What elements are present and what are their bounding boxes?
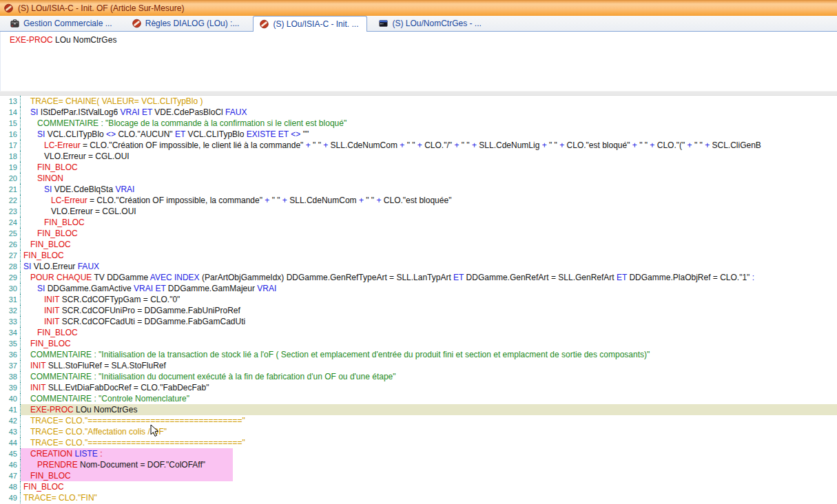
line-number: 19 [0, 162, 21, 173]
tab-nomctrges[interactable]: (S) LOu/NomCtrGes - ... [373, 17, 489, 31]
code-segment: SCR.CdCOFUniPro = DDGamme.FabUniProRef [59, 306, 240, 315]
code-segment: " " [269, 196, 282, 205]
code-line[interactable]: 23VLO.Erreur = CGL.OUI [0, 206, 837, 217]
line-number: 31 [0, 294, 21, 305]
code-line[interactable]: 48FIN_BLOC [0, 481, 837, 492]
line-number: 35 [0, 338, 21, 349]
code-line[interactable]: 29POUR CHAQUE TV DDGamme AVEC INDEX (Par… [0, 272, 837, 283]
code-segment: = CLO."Création OF impossible, le client… [81, 140, 306, 150]
prohibition-icon [132, 19, 142, 28]
tab-label: Règles DIALOG (LOu) :... [145, 19, 240, 28]
prohibition-icon [3, 3, 14, 13]
code-line[interactable]: 32INIT SCR.CdCOFUniPro = DDGamme.FabUniP… [0, 305, 837, 316]
code-segment: SCR.CdCOFTypGam = CLO."0" [59, 295, 180, 304]
code-segment: ET [142, 107, 152, 117]
code-segment: + [688, 140, 692, 150]
code-line[interactable]: 35FIN_BLOC [0, 338, 837, 349]
line-number: 26 [0, 239, 21, 250]
code-text: SI VCL.CLITypBlo <> CLO."AUCUN" ET VCL.C… [21, 129, 837, 140]
code-line[interactable]: 49TRACE= CLO."FIN" [0, 492, 837, 503]
code-line[interactable]: 45CREATION LISTE : [0, 448, 837, 459]
code-segment: ET [617, 273, 627, 282]
code-segment: TRACE= CLO."FIN" [23, 493, 97, 503]
code-line[interactable]: 36COMMENTAIRE : "Initialisation de la tr… [0, 349, 837, 360]
code-line[interactable]: 26FIN_BLOC [0, 239, 837, 250]
line-number: 24 [0, 217, 21, 228]
code-text: FIN_BLOC [21, 162, 837, 173]
code-line[interactable]: 33INIT SCR.CdCOFCadUti = DDGamme.FabGamC… [0, 316, 837, 327]
code-line[interactable]: 20SINON [0, 173, 837, 184]
code-text: SI VDE.CdeBlqSta VRAI [21, 184, 837, 195]
tab-regles-dialog[interactable]: Règles DIALOG (LOu) :... [126, 17, 248, 31]
code-line[interactable]: 39INIT SLL.EvtDiaFabDocRef = CLO."FabDec… [0, 382, 837, 393]
code-line[interactable]: 47FIN_BLOC [0, 470, 837, 481]
code-text: FIN_BLOC [21, 239, 837, 250]
code-segment: TRACE= CLO."Affectation colis / OF" [30, 427, 167, 437]
tab-isia-c-init-active[interactable]: (S) LOu/ISIA-C - Init. ... [253, 16, 367, 32]
code-text: EXE-PROC LOu NomCtrGes [21, 404, 837, 415]
code-segment: " " [459, 140, 472, 150]
code-line[interactable]: 28SI VLO.Erreur FAUX [0, 261, 837, 272]
code-line[interactable]: 42TRACE= CLO."==========================… [0, 415, 837, 426]
code-line[interactable]: 34FIN_BLOC [0, 327, 837, 338]
line-number: 34 [0, 327, 21, 338]
code-segment: FIN_BLOC [37, 162, 78, 172]
code-segment: <> [106, 129, 116, 139]
pane-splitter[interactable] [0, 91, 837, 96]
code-line[interactable]: 21SI VDE.CdeBlqSta VRAI [0, 184, 837, 195]
code-line[interactable]: 27FIN_BLOC [0, 250, 837, 261]
code-line[interactable]: 13TRACE= CHAINE( VALEUR= VCL.CLITypBlo ) [0, 96, 837, 107]
code-line[interactable]: 46PRENDRE Nom-Document = DOF."ColOFAff" [0, 459, 837, 470]
code-line[interactable]: 30SI DDGamme.GamActive VRAI ET DDGamme.G… [0, 283, 837, 294]
code-text: TRACE= CLO."Affectation colis / OF" [21, 426, 837, 437]
code-segment: + [359, 196, 364, 205]
code-line[interactable]: 15COMMENTAIRE : "Blocage de la commande … [0, 118, 837, 129]
tab-gestion-commerciale[interactable]: Gestion Commerciale ... [4, 17, 121, 31]
line-number: 20 [0, 173, 21, 184]
code-segment: DDGamme.PlaObjRef = CLO."1" [627, 273, 752, 282]
line-number: 22 [0, 195, 21, 206]
code-segment: + [417, 140, 422, 150]
line-number: 27 [0, 250, 21, 261]
code-text: PRENDRE Nom-Document = DOF."ColOFAff" [21, 459, 837, 470]
code-segment: + [282, 196, 287, 205]
code-segment: + [306, 140, 311, 150]
code-line[interactable]: 18VLO.Erreur = CGL.OUI [0, 151, 837, 162]
code-line[interactable]: 17LC-Erreur = CLO."Création OF impossibl… [0, 140, 837, 151]
code-line[interactable]: 16SI VCL.CLITypBlo <> CLO."AUCUN" ET VCL… [0, 129, 837, 140]
code-line[interactable]: 22LC-Erreur = CLO."Création OF impossibl… [0, 195, 837, 206]
code-segment: VRAI [115, 185, 134, 194]
code-line[interactable]: 44TRACE= CLO."==========================… [0, 437, 837, 448]
code-line[interactable]: 40COMMENTAIRE : "Controle Nomenclature" [0, 393, 837, 404]
code-segment: TRACE= CLO."============================… [30, 438, 245, 448]
line-number: 45 [0, 448, 21, 459]
code-line[interactable]: 41EXE-PROC LOu NomCtrGes [0, 404, 837, 415]
code-segment: : [100, 449, 102, 459]
code-segment: SI [37, 284, 45, 293]
code-segment: Nom-Document = DOF."ColOFAff" [78, 460, 205, 470]
line-number: 17 [0, 140, 21, 151]
code-segment: SLL.EvtDiaFabDocRef = CLO."FabDecFab" [45, 383, 209, 392]
code-line[interactable]: 19FIN_BLOC [0, 162, 837, 173]
code-line[interactable]: 43TRACE= CLO."Affectation colis / OF" [0, 426, 837, 437]
code-segment: SLL.CdeNumCom [328, 140, 400, 150]
code-segment: SLL.StoFluRef = SLA.StoFluRef [45, 361, 165, 370]
tab-label: (S) LOu/NomCtrGes - ... [392, 19, 481, 28]
code-line[interactable]: 31INIT SCR.CdCOFTypGam = CLO."0" [0, 294, 837, 305]
code-segment: COMMENTAIRE : "Controle Nomenclature" [30, 394, 189, 403]
code-line[interactable]: 24FIN_BLOC [0, 217, 837, 228]
code-line[interactable]: 38COMMENTAIRE : "Initialisation du docum… [0, 371, 837, 382]
code-line[interactable]: 25FIN_BLOC [0, 228, 837, 239]
code-segment: COMMENTAIRE : "Blocage de la commande à … [37, 118, 347, 128]
code-editor[interactable]: 13TRACE= CHAINE( VALEUR= VCL.CLITypBlo )… [0, 96, 837, 504]
code-segment: AVEC [150, 273, 172, 282]
code-segment: + [472, 140, 477, 150]
code-segment: POUR CHAQUE [30, 273, 92, 282]
code-text: VLO.Erreur = CGL.OUI [21, 151, 837, 162]
code-segment: VLO.Erreur = CGL.OUI [51, 207, 136, 216]
line-number: 28 [0, 261, 21, 272]
code-line[interactable]: 37INIT SLL.StoFluRef = SLA.StoFluRef [0, 360, 837, 371]
code-line[interactable]: 14SI IStDefPar.IStValLog6 VRAI ET VDE.Cd… [0, 107, 837, 118]
code-text: SI IStDefPar.IStValLog6 VRAI ET VDE.CdeP… [21, 107, 837, 118]
procedure-call-panel[interactable]: EXE-PROC LOu NomCtrGes [0, 32, 837, 91]
